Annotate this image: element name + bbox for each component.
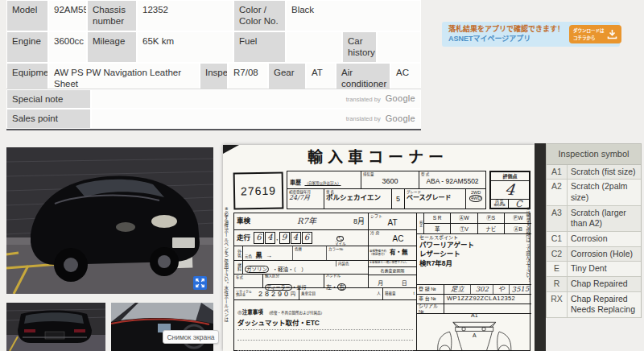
sheet-sales-point-label: セールスポイント [419, 235, 529, 241]
sheet-grade-value: ベースグレード [407, 194, 464, 201]
equip-cell: ⒶB [505, 224, 531, 234]
sheet-model-code-label: 型 式 [421, 172, 429, 176]
sheet-fuel-gasoline: ガソリン [245, 266, 269, 273]
legend-header: Inspection symbol [547, 144, 641, 165]
sheet-equipment-grid: 純正 S R ⒶW ⓅS ⓅW 革 ⓉV ナビ ⒶB [417, 213, 531, 234]
sheet-mileage-row: 走行 6 4 , 9 4 6 ㌔ マイル [234, 230, 369, 246]
legend-desc: Tiny Dent [568, 262, 641, 276]
mileage-digit: 4 [291, 232, 301, 244]
sheet-recycle-unit: 円 [291, 291, 295, 297]
mileage-digit: 6 [254, 232, 264, 244]
inspection-symbol-legend: Inspection symbol A1 Scratch (fist size)… [546, 143, 642, 318]
download-button-line1: ダウンロードは [573, 27, 605, 34]
equip-cell: ⓅW [505, 213, 531, 224]
legend-code: RX [547, 292, 568, 317]
mileage-digit: 9 [279, 232, 290, 244]
legend-code: R [547, 277, 568, 291]
sheet-fuel-rest: ・軽油・（ ） [272, 266, 306, 272]
sheet-year-row: 年式 輸入区分 ディーラー・並行 ハンドル 左・右 [234, 275, 369, 288]
sheet-chassis-no-label: 車 台 № [417, 295, 444, 304]
sheet-keep-note: ※車検証と一緒に保管下さい。 [369, 261, 417, 267]
car-history-label: Car history [342, 31, 377, 63]
mileage-digit: 6 [302, 232, 312, 244]
google-translate-link[interactable]: Google [386, 93, 415, 105]
mileage-digit: 4 [265, 232, 275, 244]
legend-row: A3 Scratch (larger than A2) [547, 206, 641, 232]
sheet-car-name-value: ポルシェカイエン [326, 194, 390, 202]
reg-no-part: 足立 [444, 285, 471, 294]
sheet-load-label: 積載量 [385, 291, 396, 295]
legend-desc: Corrosion (Hole) [568, 247, 641, 262]
sheet-fuel-label: 燃料 [234, 261, 243, 274]
fuel-label: Fuel [233, 31, 286, 63]
equip-cell: 革 [424, 224, 451, 234]
legend-row: E Tiny Dent [547, 262, 641, 277]
thumbnail-rear-photo[interactable] [6, 303, 105, 351]
equip-cell: ⓉV [451, 224, 477, 234]
sheet-orig-color-value: 黒 [255, 252, 262, 259]
chassis-label: Chassis number [87, 0, 137, 31]
sheet-maintenance-label: 車検整備予約 （保証書付） [369, 250, 390, 256]
sheet-recycle-label2: 預託金 [236, 294, 258, 297]
equip-cell: ナビ [478, 224, 505, 234]
sheet-color-arrow: → [266, 252, 272, 259]
sheet-reg-no-label: 登 録 № [417, 285, 444, 294]
auction-sheet[interactable]: 輸入車コーナー 27619 車歴 （自家用以外は記入） 排気量 3600 型 式… [223, 145, 535, 351]
sheet-lot-number: 27619 [233, 171, 284, 209]
sheet-mileage-label: 走行 [234, 234, 253, 242]
app-banner[interactable]: 落札結果をアプリで確認できます！ ASNETマイページアプリ ダウンロードは コ… [442, 22, 620, 47]
sheet-mileage-unit: ㌔ マイル [313, 229, 368, 246]
sheet-shift-label: シフト [370, 214, 382, 219]
sheet-score-value: 4 [490, 180, 530, 201]
sales-point-value: translated by Google [91, 109, 421, 128]
sheet-caution-blank-line [237, 330, 413, 341]
sheet-scan-edge [535, 143, 546, 351]
sheet-model-code-cell: 型 式 ABA - 92AM5502 [419, 171, 485, 188]
legend-row: A1 Scratch (fist size) [547, 165, 641, 180]
legend-code: E [547, 262, 568, 276]
sheet-caution-box: ◎注意事項 （修復・不具合箇所および付属品） ダッシュマット取付・ETC [234, 300, 417, 351]
diagram-mark-a1: A1 [471, 312, 478, 319]
model-value: 92AM5502 [48, 0, 87, 31]
thumbnail-dashboard-photo[interactable] [111, 303, 213, 351]
sheet-reg-no-row: 登 録 № 足立 302 や 3515 [417, 285, 531, 295]
expand-photo-button[interactable] [193, 276, 207, 290]
sheet-title: 輸入車コーナー [271, 149, 485, 167]
sheet-model-code-value: ABA - 92AM5502 [419, 171, 485, 188]
download-button[interactable]: ダウンロードは コチラから [569, 25, 621, 43]
equip-cell: ⓅS [478, 213, 505, 224]
sheet-recycle-row: リサイクル 預託金 28290 円 乗車定員 人 積載量 t [234, 288, 417, 300]
sheet-shaken-year: R7年 [260, 217, 353, 226]
google-translate-link[interactable]: Google [386, 114, 415, 125]
sheet-body-color-row: 外色 元色 黒 → 色替 カラー№ [234, 246, 369, 261]
special-note-row: Special note translated by Google [6, 89, 421, 109]
sheet-load-cell: 積載量 t [382, 288, 416, 299]
reg-no-part: や [493, 285, 510, 294]
legend-desc: Scratch (2palm size) [568, 180, 641, 204]
legend-desc: Scratch (fist size) [568, 165, 641, 180]
sheet-caution-sub: （修復・不具合箇所および付属品） [266, 311, 324, 315]
legend-desc: Corrosion [568, 232, 641, 246]
sheet-cooling-cell: 冷 房 AC [369, 230, 417, 246]
sheet-equip-side-label: 純正 [417, 213, 424, 233]
sheet-interior-sub: 補助評価 [491, 204, 508, 208]
sheet-capacity-cell: 乗車定員 人 [299, 288, 382, 299]
legend-desc: Scratch (larger than A2) [568, 206, 641, 231]
sheet-shaken-month: 8月 [353, 217, 368, 225]
download-button-text: ダウンロードは コチラから [573, 27, 605, 41]
info-row-2: Engine 3600cc Mileage 65K km Fuel Car hi… [6, 31, 421, 63]
sheet-transfer-date-cell: 月 日 [369, 275, 417, 288]
engine-value: 3600cc [48, 31, 87, 63]
mileage-comma: , [276, 233, 279, 242]
sheet-first-reg-value: 24/7月 [289, 194, 322, 201]
sheet-body-color-label: 外色 [234, 246, 243, 260]
sheet-shaken-label: 車検 [234, 217, 260, 225]
equip-cell: S R [424, 213, 451, 224]
car-rear-photo-image [6, 303, 105, 351]
main-vehicle-photo[interactable] [6, 147, 213, 294]
sheet-interior-color-label: 内装色 [336, 261, 368, 266]
sheet-maintenance-cell: 車検整備予約 （保証書付） 有・無 [369, 246, 417, 261]
sales-point-label: Sales point [6, 109, 91, 128]
sheet-load-unit: t [414, 291, 415, 296]
legend-code: A3 [547, 206, 568, 231]
